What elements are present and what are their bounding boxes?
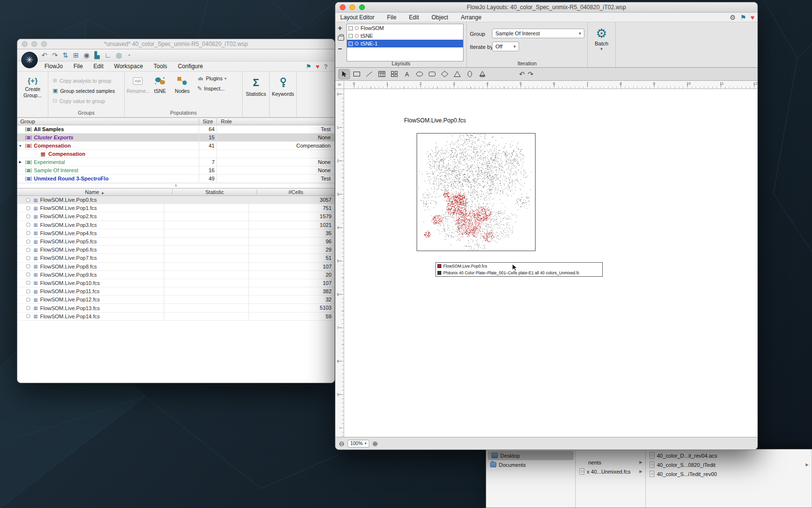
minimize-button[interactable] [31,41,37,47]
copy-analysis-button[interactable]: ⊞ Copy analysis to group [51,75,122,86]
Experimental[interactable]: ▶ Experimental 7 None [17,158,334,166]
radio-icon[interactable] [26,272,30,277]
finder-row[interactable]: 40_color_D...it_rev04.acs [646,451,812,460]
diamond-tool[interactable] [439,69,450,79]
menu-edit[interactable]: Edit [93,63,103,70]
menu-file[interactable]: File [73,63,83,70]
radio-icon[interactable] [26,289,30,294]
radio-icon[interactable] [26,264,30,269]
FlowSOM.Live.Pop11.fcs[interactable]: FlowSOM.Live.Pop11.fcs 382 [17,287,334,296]
batch-button[interactable]: ⚙ Batch ▾ [588,22,616,67]
favorites-icon[interactable]: ♥ [316,63,319,70]
chart-icon[interactable]: ▙ [94,52,100,59]
radio-icon[interactable] [26,256,30,260]
bookmark-icon[interactable]: ⚑ [306,63,312,70]
scroll-up-hint[interactable]: ∧ [17,184,334,188]
radio-icon[interactable] [26,298,30,302]
cylinder-tool[interactable] [464,69,476,79]
disclosure-triangle-icon[interactable]: ▶ [17,160,23,164]
zoom-in-button[interactable]: ⊕ [372,440,378,447]
zoom-out-button[interactable]: ⊖ [339,440,345,447]
remove-layout-button[interactable]: − [338,45,344,52]
tsne-plot-object[interactable] [417,133,536,251]
menu-flowjo[interactable]: FlowJo [44,63,63,70]
workspace-titlebar[interactable]: *unsaved* 40_color_Spec_unmix-R5_040820_… [17,39,334,49]
radio-icon[interactable] [26,281,30,285]
FlowSOM.Live.Pop14.fcs[interactable]: FlowSOM.Live.Pop14.fcs 59 [17,313,334,321]
FlowSOM.Live.Pop5.fcs[interactable]: FlowSOM.Live.Pop5.fcs 96 [17,238,334,246]
undo-button[interactable]: ↶ [519,70,525,78]
rectangle-tool[interactable] [351,69,362,79]
layouts-titlebar[interactable]: FlowJo Layouts: 40_color_Spec_unmix-R5_0… [335,2,757,13]
FlowSOM.Live.Pop6.fcs[interactable]: FlowSOM.Live.Pop6.fcs 29 [17,246,334,254]
close-button[interactable] [340,4,346,10]
favorites-icon[interactable]: ♥ [751,14,754,21]
column-header-group[interactable]: Group [17,119,199,124]
FlowSOM.Live.Pop3.fcs[interactable]: FlowSOM.Live.Pop3.fcs 1021 [17,221,334,229]
triangle-tool[interactable] [451,69,463,79]
transfer-icon[interactable]: ⇅ [62,52,68,59]
cone-tool[interactable] [477,69,488,79]
Compensation[interactable]: Compensation [17,150,334,158]
ellipse-tool[interactable] [414,69,425,79]
FlowSOM.Live.Pop0.fcs[interactable]: FlowSOM.Live.Pop0.fcs 3057 [17,196,334,204]
finder-row[interactable]: 40_color_S...iTedit_rev00 [646,469,812,478]
duplicate-layout-icon[interactable] [338,36,344,41]
layout-item[interactable]: tSNE [347,32,463,40]
column-header-role[interactable]: Role [217,119,334,124]
plugins-button[interactable]: Plugins ▾ [197,75,226,81]
column-header-cells[interactable]: #Cells [257,189,334,195]
finder-row[interactable]: x 40...Unmixed.fcs ▶ [576,467,645,476]
add-layout-button[interactable]: + [338,24,344,31]
undo-button[interactable]: ↶ [42,52,47,59]
layout-page-canvas[interactable]: FlowSOM.Live.Pop0.fcs FlowSOM.Live.Pop0.… [344,89,757,437]
finder-row[interactable]: Documents [486,460,575,469]
FlowSOM.Live.Pop10.fcs[interactable]: FlowSOM.Live.Pop10.fcs 107 [17,279,334,287]
menu-tools[interactable]: Tools [154,63,167,70]
settings-icon[interactable]: ⚙ [730,14,736,21]
radio-icon[interactable] [26,206,30,210]
Cluster Exports[interactable]: Cluster Exports 15 None [17,134,334,142]
radio-icon[interactable] [26,314,30,318]
add-table-icon[interactable]: ⊞ [73,52,79,59]
iterate-by-select[interactable]: Off ▾ [492,42,519,51]
menu-workspace[interactable]: Workspace [114,63,143,70]
copy-value-button[interactable]: ⊡ Copy value to group [51,96,122,106]
record-icon[interactable]: ◎ [116,52,122,59]
palette-icon[interactable]: ◔ [127,52,130,59]
zoom-level-select[interactable]: 100% ▾ [348,440,370,448]
menu-arrange[interactable]: Arrange [461,14,481,21]
group-selected-button[interactable]: ▣ Group selected samples [51,86,122,96]
column-header-statistic[interactable]: Statistic [172,189,257,195]
plot-title[interactable]: FlowSOM.Live.Pop0.fcs [404,117,466,124]
group-select[interactable]: Sample Of Interest ▾ [492,29,584,38]
column-header-size[interactable]: Size [199,119,217,124]
FlowSOM.Live.Pop4.fcs[interactable]: FlowSOM.Live.Pop4.fcs 35 [17,229,334,238]
menu-layout-editor[interactable]: Layout Editor [340,14,375,21]
help-icon[interactable]: ? [324,63,328,70]
FlowSOM.Live.Pop7.fcs[interactable]: FlowSOM.Live.Pop7.fcs 51 [17,254,334,262]
FlowSOM.Live.Pop2.fcs[interactable]: FlowSOM.Live.Pop2.fcs 1579 [17,212,334,221]
menu-object[interactable]: Object [432,14,449,21]
finder-row[interactable]: nents ▶ [576,458,645,467]
radio-icon[interactable] [26,214,30,219]
FlowSOM.Live.Pop8.fcs[interactable]: FlowSOM.Live.Pop8.fcs 107 [17,263,334,271]
finder-row[interactable]: 40_color_S...0820_iTedit ▶ [646,460,812,469]
close-button[interactable] [22,41,28,47]
text-tool[interactable]: A [401,69,413,79]
FlowSOM.Live.Pop9.fcs[interactable]: FlowSOM.Live.Pop9.fcs 20 [17,271,334,279]
layout-item[interactable]: FlowSOM [347,24,463,32]
FlowSOM.Live.Pop13.fcs[interactable]: FlowSOM.Live.Pop13.fcs 5103 [17,304,334,312]
select-tool[interactable] [338,69,350,79]
radio-icon[interactable] [26,248,30,252]
legend-object[interactable]: FlowSOM.Live.Pop0.fcs Phitonix 40 Color … [435,262,603,277]
line-tool[interactable] [363,69,375,79]
create-group-button[interactable]: {+} Create Group... [17,72,48,117]
column-header-name[interactable]: Name ▲ [17,189,172,195]
inspect-button[interactable]: ✎ Inspect... [197,85,226,92]
redo-button[interactable]: ↷ [528,70,534,78]
bookmark-icon[interactable]: ⚑ [740,14,746,21]
grid-tool[interactable] [389,69,400,79]
Unmixed Round 3-SpectroFlo[interactable]: Unmixed Round 3-SpectroFlo 49 Test [17,175,334,183]
minimize-button[interactable] [349,4,355,10]
